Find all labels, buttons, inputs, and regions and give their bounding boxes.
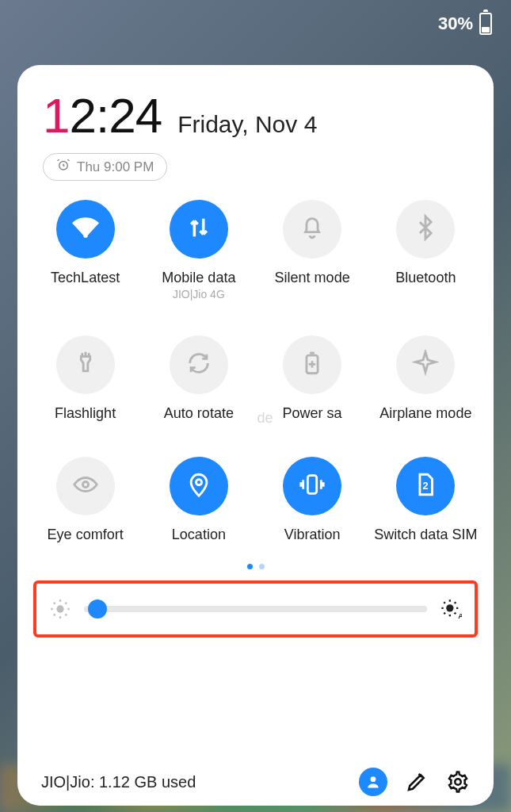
tile-vibration[interactable]: Vibration	[256, 457, 369, 543]
brightness-slider[interactable]	[84, 606, 427, 612]
svg-point-9	[371, 776, 376, 782]
tile-sublabel: JIO|Jio 4G	[173, 288, 225, 301]
tiles-grid: TechLatest Mobile data JIO|Jio 4G Silent…	[17, 200, 494, 543]
clock-rest: 2:24	[69, 88, 162, 143]
wifi-icon	[72, 214, 99, 244]
sim-card-icon: 2	[412, 471, 439, 501]
page-indicator[interactable]	[17, 564, 494, 569]
pager-dot	[259, 564, 265, 569]
svg-point-6	[56, 605, 63, 612]
brightness-low-icon	[49, 598, 71, 620]
vibration-icon	[299, 471, 326, 501]
tile-airplane-mode[interactable]: Airplane mode	[369, 335, 482, 422]
tile-switch-sim[interactable]: 2 Switch data SIM	[369, 457, 482, 543]
alarm-clock-icon	[56, 158, 71, 176]
tile-label: Auto rotate	[164, 405, 234, 422]
tile-wifi[interactable]: TechLatest	[29, 200, 142, 301]
user-avatar-button[interactable]	[359, 768, 387, 796]
location-pin-icon	[185, 471, 212, 501]
airplane-icon	[412, 350, 439, 380]
tile-power-saving[interactable]: Power sa	[256, 335, 369, 422]
tile-label: Airplane mode	[379, 405, 471, 422]
alarm-time: Thu 9:00 PM	[77, 159, 154, 175]
tile-label: Location	[172, 527, 226, 543]
svg-point-7	[446, 604, 453, 611]
tile-label: Mobile data	[162, 270, 235, 286]
battery-plus-icon	[299, 350, 326, 380]
brightness-row: A	[33, 580, 478, 638]
rotate-icon	[185, 350, 212, 380]
tile-label: Eye comfort	[48, 527, 124, 543]
date: Friday, Nov 4	[177, 111, 317, 138]
battery-percentage: 30%	[438, 13, 473, 34]
panel-footer: JIO|Jio: 1.12 GB used	[17, 756, 494, 796]
tile-label: Power sa	[283, 405, 342, 422]
tile-silent-mode[interactable]: Silent mode	[256, 200, 369, 301]
auto-brightness-icon[interactable]: A	[440, 598, 462, 620]
tile-eye-comfort[interactable]: Eye comfort	[29, 457, 142, 543]
svg-point-10	[455, 779, 461, 785]
svg-text:2: 2	[423, 480, 429, 492]
edit-button[interactable]	[405, 770, 429, 794]
tile-flashlight[interactable]: Flashlight	[29, 335, 142, 422]
brightness-slider-knob[interactable]	[88, 599, 107, 619]
data-usage-text[interactable]: JIO|Jio: 1.12 GB used	[41, 773, 341, 791]
clock[interactable]: 12:24	[43, 87, 162, 144]
eye-icon	[72, 471, 99, 501]
pager-dot-active	[247, 564, 253, 569]
tile-auto-rotate[interactable]: Auto rotate de	[142, 335, 255, 422]
tile-location[interactable]: Location	[142, 457, 255, 543]
tile-label: TechLatest	[51, 270, 120, 286]
tile-label: Flashlight	[55, 405, 116, 422]
tile-label: Silent mode	[275, 270, 350, 286]
bell-icon	[299, 214, 326, 244]
quick-settings-panel: 12:24 Friday, Nov 4 Thu 9:00 PM TechLate…	[17, 65, 494, 806]
svg-text:A: A	[458, 612, 462, 620]
tile-bluetooth[interactable]: Bluetooth	[369, 200, 482, 301]
mobile-data-icon	[185, 214, 212, 244]
settings-button[interactable]	[446, 770, 470, 794]
tile-label: Vibration	[284, 527, 341, 543]
bluetooth-icon	[412, 214, 439, 244]
tile-mobile-data[interactable]: Mobile data JIO|Jio 4G	[142, 200, 255, 301]
svg-point-2	[82, 481, 88, 487]
svg-point-3	[196, 480, 201, 485]
clock-accent-digit: 1	[43, 88, 69, 143]
tile-label: Bluetooth	[395, 270, 456, 286]
alarm-chip[interactable]: Thu 9:00 PM	[43, 153, 167, 181]
svg-rect-4	[307, 476, 316, 494]
tile-label: Switch data SIM	[374, 527, 477, 543]
ghost-text: de	[257, 410, 273, 427]
battery-icon	[479, 13, 492, 35]
flashlight-icon	[72, 350, 99, 380]
